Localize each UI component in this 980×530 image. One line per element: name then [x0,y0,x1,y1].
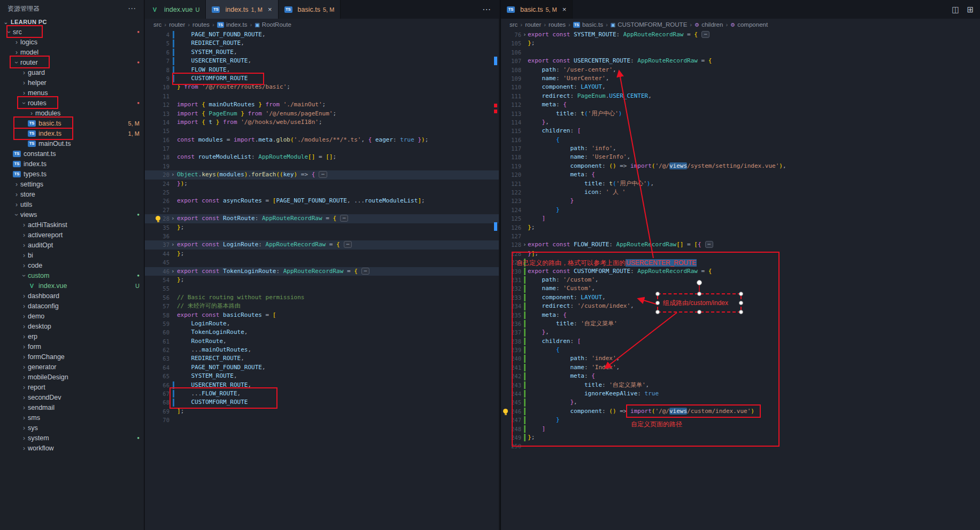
code-line-24[interactable]: 24}); [145,180,499,188]
code-line-111[interactable]: 111 redirect: PageEnum.USER_CENTER, [501,92,980,100]
folded-region-placeholder[interactable]: ⋯ [361,268,369,275]
breadcrumb-item-src[interactable]: src [153,21,161,28]
code-line-27[interactable]: 27 [145,206,499,214]
code-line-63[interactable]: 63 REDIRECT_ROUTE, [145,354,499,363]
tree-item-router[interactable]: ›router● [0,57,144,67]
fold-chevron-icon[interactable]: › [171,170,175,179]
breadcrumb-item-src[interactable]: src [510,21,518,28]
fold-chevron-icon[interactable]: › [171,214,175,223]
more-actions-icon[interactable]: ⋯ [128,4,136,13]
tree-item-helper[interactable]: ›helper [0,77,144,88]
tree-item-auditOpt[interactable]: ›auditOpt [0,240,144,250]
code-line-229[interactable]: 229 [501,258,980,267]
breadcrumb-item-RootRoute[interactable]: ▣RootRoute [254,21,291,28]
code-line-246[interactable]: 246 component: () => import('/@/views/cu… [501,407,980,416]
code-line-65[interactable]: 65 SYSTEM_ROUTE, [145,372,499,380]
code-line-239[interactable]: 239 { [501,346,980,354]
tree-item-erp[interactable]: ›erp [0,331,144,341]
code-line-66[interactable]: 66 USERCENTER_ROUTE, [145,381,499,389]
tree-item-custom[interactable]: ›custom● [0,270,144,280]
code-line-245[interactable]: 245 }, [501,398,980,407]
code-line-234[interactable]: 234 redirect: '/custom/index', [501,302,980,310]
tree-item-sys[interactable]: ›sys [0,423,144,433]
breadcrumb-item-component[interactable]: ⚙component [730,21,768,28]
code-line-16[interactable]: 16const modules = import.meta.glob('./mo… [145,136,499,144]
code-line-6[interactable]: 6 SYSTEM_ROUTE, [145,48,499,57]
tree-item-generator[interactable]: ›generator [0,362,144,372]
tree-item-logics[interactable]: ›logics [0,37,144,47]
code-line-110[interactable]: 110 component: LAYOUT, [501,83,980,91]
code-line-64[interactable]: 64 PAGE_NOT_FOUND_ROUTE, [145,363,499,372]
tree-item-secondDev[interactable]: ›secondDev [0,392,144,402]
code-line-54[interactable]: 54}; [145,276,499,284]
tree-item-demo[interactable]: ›demo [0,311,144,321]
tree-item-src[interactable]: ›src● [0,27,144,37]
close-icon[interactable]: × [268,5,272,13]
code-line-125[interactable]: 125 ] [501,214,980,223]
code-line-123[interactable]: 123 } [501,197,980,205]
breadcrumb-item-routes[interactable]: routes [192,21,210,28]
breadcrumb-item-CUSTOMFORM_ROUTE[interactable]: ▣CUSTOMFORM_ROUTE [611,21,688,28]
code-line-248[interactable]: 248 ] [501,425,980,433]
code-line-18[interactable]: 18const routeModuleList: AppRouteModule[… [145,153,499,161]
code-line-231[interactable]: 231 path: '/custom', [501,276,980,284]
code-line-240[interactable]: 240 path: 'index', [501,354,980,363]
tree-item-modules[interactable]: ›modules [0,108,144,118]
folded-region-placeholder[interactable]: ⋯ [701,31,709,38]
tree-item-dataconfig[interactable]: ›dataconfig [0,301,144,311]
code-line-35[interactable]: 35}; [145,223,499,232]
code-line-9[interactable]: 9 CUSTOMFORM_ROUTE [145,74,499,83]
code-line-4[interactable]: 4 PAGE_NOT_FOUND_ROUTE, [145,30,499,39]
tree-item-bi[interactable]: ›bi [0,250,144,260]
more-actions-icon[interactable]: ⋯ [475,4,499,14]
folded-region-placeholder[interactable]: ⋯ [344,241,352,248]
code-line-68[interactable]: 68 CUSTOMFORM_ROUTE [145,398,499,407]
tree-item-desktop[interactable]: ›desktop [0,321,144,331]
tree-item-store[interactable]: ›store [0,189,144,199]
tree-item-basic.ts[interactable]: TSbasic.ts5, M [0,118,144,128]
code-line-105[interactable]: 105}; [501,39,980,48]
tree-item-actHiTaskinst[interactable]: ›actHiTaskinst [0,220,144,230]
code-line-117[interactable]: 117 path: 'info', [501,144,980,153]
breadcrumb-item-index.ts[interactable]: TSindex.ts [217,21,248,28]
code-line-69[interactable]: 69]; [145,407,499,416]
tree-item-views[interactable]: ›views● [0,209,144,220]
code-line-113[interactable]: 113 title: t('用户中心') [501,110,980,118]
tree-item-sendmail[interactable]: ›sendmail [0,402,144,412]
code-line-14[interactable]: 14import { t } from '/@/hooks/web/useI18… [145,118,499,127]
code-line-250[interactable]: 250 [501,442,980,450]
code-line-242[interactable]: 242 meta: { [501,372,980,380]
tree-item-model[interactable]: ›model [0,47,144,57]
tree-item-index.ts[interactable]: TSindex.ts [0,159,144,169]
code-line-5[interactable]: 5 REDIRECT_ROUTE, [145,39,499,48]
code-line-55[interactable]: 55 [145,284,499,293]
tree-item-utils[interactable]: ›utils [0,199,144,209]
code-line-61[interactable]: 61 RootRoute, [145,337,499,346]
code-line-62[interactable]: 62 ...mainOutRoutes, [145,346,499,354]
code-line-233[interactable]: 233 component: LAYOUT, [501,293,980,302]
code-line-19[interactable]: 19 [145,162,499,170]
fold-chevron-icon[interactable]: › [171,240,175,249]
code-line-230[interactable]: 230export const CUSTOMFORM_ROUTE: AppRou… [501,267,980,276]
tree-item-code[interactable]: ›code [0,260,144,270]
code-line-8[interactable]: 8 FLOW_ROUTE, [145,66,499,74]
tree-item-index.ts[interactable]: TSindex.ts1, M [0,128,144,138]
tree-item-dashboard[interactable]: ›dashboard [0,291,144,301]
breadcrumb-item-router[interactable]: router [169,21,185,28]
code-line-67[interactable]: 67 ...FLOW_ROUTE, [145,389,499,398]
code-line-108[interactable]: 108 path: '/user-center', [501,66,980,74]
code-line-44[interactable]: 44}; [145,250,499,258]
code-line-228[interactable]: 228}]; [501,250,980,258]
code-line-45[interactable]: 45 [145,258,499,267]
close-icon[interactable]: × [562,5,567,13]
code-area-right[interactable]: 76›export const SYSTEM_ROUTE: AppRouteRe… [501,30,980,451]
breadcrumb-item-basic.ts[interactable]: TSbasic.ts [573,21,603,28]
fold-chevron-icon[interactable]: › [171,267,175,276]
code-line-238[interactable]: 238 children: [ [501,337,980,346]
fold-chevron-icon[interactable]: › [523,240,527,249]
code-line-25[interactable]: 25 [145,188,499,197]
tree-item-mobileDesign[interactable]: ›mobileDesign [0,372,144,382]
code-line-124[interactable]: 124 } [501,206,980,214]
code-line-37[interactable]: 37›export const LoginRoute: AppRouteReco… [145,240,499,249]
code-line-119[interactable]: 119 component: () => import('/@/views/sy… [501,162,980,170]
